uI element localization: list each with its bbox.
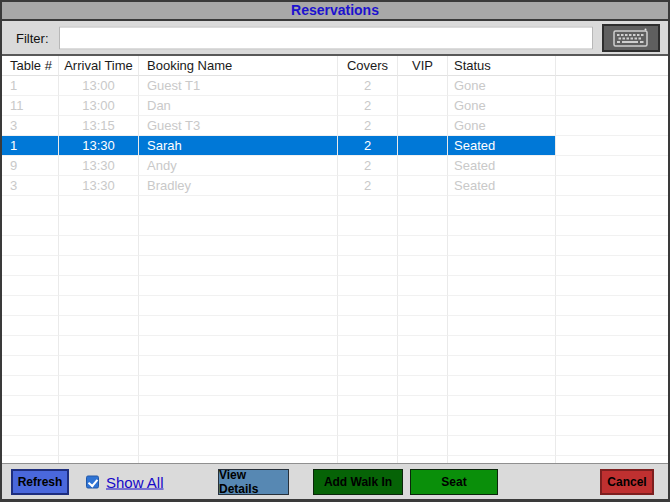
cancel-button[interactable]: Cancel — [600, 469, 654, 495]
table-cell — [556, 96, 668, 116]
empty-cell — [139, 336, 338, 356]
window-title: Reservations — [291, 1, 379, 20]
empty-cell — [139, 256, 338, 276]
empty-cell — [59, 356, 139, 376]
empty-cell — [59, 336, 139, 356]
empty-cell — [338, 216, 398, 236]
table-cell: 2 — [338, 136, 398, 156]
empty-table-row — [2, 416, 668, 436]
reservations-grid: Table #Arrival TimeBooking NameCoversVIP… — [2, 56, 668, 463]
table-cell: 2 — [338, 176, 398, 196]
table-cell: 2 — [338, 96, 398, 116]
empty-table-row — [2, 316, 668, 336]
empty-cell — [139, 236, 338, 256]
empty-cell — [2, 196, 59, 216]
table-cell: 11 — [2, 96, 59, 116]
table-cell: 2 — [338, 116, 398, 136]
empty-cell — [139, 416, 338, 436]
table-cell: 3 — [2, 116, 59, 136]
empty-table-row — [2, 396, 668, 416]
empty-cell — [139, 456, 338, 463]
empty-cell — [398, 376, 448, 396]
column-header: Table # — [2, 56, 59, 76]
table-cell: 13:30 — [59, 156, 139, 176]
refresh-button[interactable]: Refresh — [11, 469, 69, 495]
table-cell: Gone — [448, 96, 556, 116]
empty-table-row — [2, 236, 668, 256]
empty-cell — [556, 276, 668, 296]
empty-cell — [338, 316, 398, 336]
empty-cell — [448, 276, 556, 296]
empty-cell — [338, 276, 398, 296]
empty-cell — [2, 416, 59, 436]
show-all-toggle[interactable]: Show All — [86, 473, 164, 490]
empty-cell — [398, 356, 448, 376]
table-row[interactable]: 113:30Sarah2Seated — [2, 136, 668, 156]
seat-button[interactable]: Seat — [410, 469, 498, 495]
title-bar: Reservations — [2, 2, 668, 21]
empty-cell — [2, 256, 59, 276]
empty-cell — [59, 296, 139, 316]
empty-cell — [59, 316, 139, 336]
empty-table-row — [2, 276, 668, 296]
keyboard-button[interactable] — [602, 24, 660, 52]
empty-cell — [398, 276, 448, 296]
empty-cell — [448, 216, 556, 236]
table-cell — [556, 156, 668, 176]
table-cell: 1 — [2, 136, 59, 156]
table-cell: Andy — [139, 156, 338, 176]
empty-cell — [448, 436, 556, 456]
table-cell — [556, 176, 668, 196]
reservations-table-body: 113:00Guest T12Gone1113:00Dan2Gone313:15… — [2, 76, 668, 463]
empty-table-row — [2, 436, 668, 456]
table-cell: Dan — [139, 96, 338, 116]
empty-table-row — [2, 356, 668, 376]
empty-cell — [448, 236, 556, 256]
empty-cell — [59, 236, 139, 256]
filter-input[interactable] — [59, 26, 593, 49]
empty-cell — [2, 436, 59, 456]
empty-cell — [338, 296, 398, 316]
table-cell — [556, 76, 668, 96]
empty-cell — [398, 256, 448, 276]
footer-bar: Refresh Show All View Details Add Walk I… — [2, 463, 668, 499]
table-row[interactable]: 913:30Andy2Seated — [2, 156, 668, 176]
empty-cell — [139, 356, 338, 376]
empty-cell — [139, 196, 338, 216]
empty-cell — [338, 416, 398, 436]
empty-cell — [398, 436, 448, 456]
empty-table-row — [2, 196, 668, 216]
table-cell: 13:00 — [59, 76, 139, 96]
table-row[interactable]: 1113:00Dan2Gone — [2, 96, 668, 116]
empty-cell — [448, 256, 556, 276]
empty-cell — [2, 296, 59, 316]
empty-cell — [398, 216, 448, 236]
table-cell: 2 — [338, 76, 398, 96]
empty-cell — [338, 236, 398, 256]
empty-cell — [448, 336, 556, 356]
empty-cell — [448, 296, 556, 316]
empty-cell — [2, 216, 59, 236]
column-header: Arrival Time — [59, 56, 139, 76]
empty-table-row — [2, 256, 668, 276]
reservations-window: Reservations Filter: — [0, 0, 670, 502]
empty-cell — [2, 376, 59, 396]
empty-cell — [338, 456, 398, 463]
add-walk-in-button[interactable]: Add Walk In — [313, 469, 403, 495]
show-all-checkbox[interactable] — [86, 475, 99, 488]
view-details-button[interactable]: View Details — [218, 469, 289, 495]
table-row[interactable]: 113:00Guest T12Gone — [2, 76, 668, 96]
table-cell: Seated — [448, 176, 556, 196]
table-row[interactable]: 313:30Bradley2Seated — [2, 176, 668, 196]
table-row[interactable]: 313:15Guest T32Gone — [2, 116, 668, 136]
empty-cell — [398, 236, 448, 256]
empty-cell — [398, 296, 448, 316]
table-cell — [398, 176, 448, 196]
empty-table-row — [2, 296, 668, 316]
empty-cell — [338, 336, 398, 356]
column-header: Status — [448, 56, 556, 76]
empty-cell — [398, 416, 448, 436]
empty-cell — [59, 256, 139, 276]
table-cell: Bradley — [139, 176, 338, 196]
empty-cell — [139, 276, 338, 296]
